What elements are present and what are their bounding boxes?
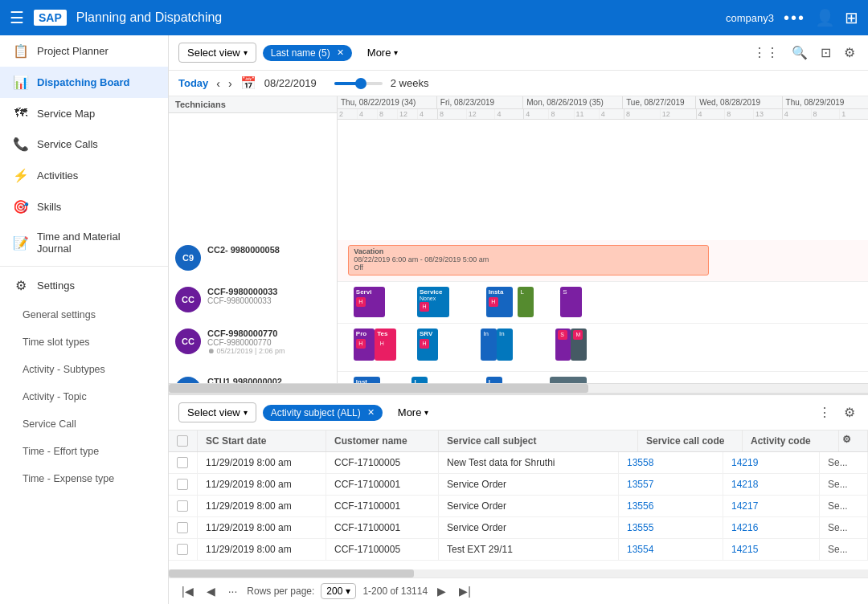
activity-block[interactable] xyxy=(550,377,587,384)
sidebar-item-time-material[interactable]: 📝 Time and Material Journal xyxy=(0,222,168,263)
sidebar-item-activity-subtypes[interactable]: Activity - Subtypes xyxy=(0,356,168,383)
row-activity-3[interactable]: 14216 xyxy=(723,517,820,538)
activity-block[interactable]: In xyxy=(497,329,513,361)
row-activity-0[interactable]: 14219 xyxy=(723,452,820,473)
row-code-2[interactable]: 13556 xyxy=(619,496,723,516)
table-gear-icon[interactable]: ⚙ xyxy=(841,402,858,423)
table-filter-chip[interactable]: Activity subject (ALL) ✕ xyxy=(263,405,383,421)
table-more-button[interactable]: More ▾ xyxy=(389,402,438,422)
activity-block[interactable]: Servi H xyxy=(354,287,386,317)
hour-cell: 8 xyxy=(378,109,398,119)
sidebar-item-activity-topic[interactable]: Activity - Topic xyxy=(0,383,168,410)
gantt-overflow-icon[interactable]: ⋮⋮ xyxy=(750,42,782,63)
activity-block[interactable]: M xyxy=(571,329,587,361)
today-button[interactable]: Today xyxy=(178,77,208,89)
hamburger-icon[interactable]: ☰ xyxy=(10,8,24,27)
activity-block[interactable]: Service Nonex H xyxy=(417,287,449,317)
sidebar-item-settings[interactable]: ⚙ Settings xyxy=(0,270,168,301)
activity-block[interactable]: S xyxy=(560,287,581,317)
gantt-search-icon[interactable]: 🔍 xyxy=(788,42,811,63)
gantt-select-view-arrow: ▾ xyxy=(244,48,248,57)
gantt-fullscreen-icon[interactable]: ⊡ xyxy=(817,42,834,63)
activity-block[interactable]: Pro H xyxy=(354,329,375,361)
row-code-3[interactable]: 13555 xyxy=(619,517,723,538)
sidebar-item-general-settings[interactable]: General settings xyxy=(0,301,168,329)
gantt-scrollbar[interactable] xyxy=(169,383,868,393)
row-check-4[interactable] xyxy=(169,539,198,560)
sidebar-item-activities[interactable]: ⚡ Activities xyxy=(0,160,168,191)
gantt-more-button[interactable]: More ▾ xyxy=(358,43,407,63)
sidebar-item-project-planner[interactable]: 📋 Project Planner xyxy=(0,35,168,67)
next-page-button[interactable]: ▶ xyxy=(434,583,449,599)
row-code-1[interactable]: 13557 xyxy=(619,474,723,495)
sidebar-item-service-map[interactable]: 🗺 Service Map xyxy=(0,98,168,129)
gantt-more-label: More xyxy=(367,47,391,59)
activity-block[interactable]: SRV H xyxy=(417,329,438,361)
table-filter-close-icon[interactable]: ✕ xyxy=(367,407,375,418)
row-activity-4[interactable]: 14215 xyxy=(723,539,820,560)
sidebar-label-time-expense-type: Time - Expense type xyxy=(23,473,114,484)
user-avatar-icon[interactable]: 👤 xyxy=(815,8,835,27)
prev-arrow-button[interactable]: ‹ xyxy=(216,77,220,90)
sidebar-item-time-effort-type[interactable]: Time - Effort type xyxy=(0,438,168,465)
table-overflow-icon[interactable]: ⋮ xyxy=(815,402,834,423)
rows-per-page-arrow: ▾ xyxy=(346,586,350,597)
activity-block[interactable]: Inst H xyxy=(354,377,380,384)
table-scrollbar[interactable] xyxy=(169,569,868,577)
sidebar-item-dispatching-board[interactable]: 📊 Dispatching Board xyxy=(0,67,168,98)
col-header-activity[interactable]: Activity code xyxy=(743,431,839,451)
activity-block[interactable]: In xyxy=(481,329,497,361)
gantt-filter-close-icon[interactable]: ✕ xyxy=(337,47,344,58)
row-activity-2[interactable]: 14217 xyxy=(723,496,820,516)
col-header-start-date[interactable]: SC Start date xyxy=(198,431,326,451)
last-page-button[interactable]: ▶| xyxy=(456,583,474,599)
week-slider[interactable] xyxy=(334,82,383,85)
row-check-2[interactable] xyxy=(169,496,198,516)
row-date-4: 11/29/2019 8:00 am xyxy=(198,539,326,560)
page-range-label: 1-200 of 13114 xyxy=(362,586,428,597)
apps-icon[interactable]: ⊞ xyxy=(845,8,858,27)
col-header-subject[interactable]: Service call subject xyxy=(439,431,638,451)
sidebar-item-time-slot-types[interactable]: Time slot types xyxy=(0,329,168,356)
gantt-scrollbar-thumb[interactable] xyxy=(169,384,588,393)
col-header-code[interactable]: Service call code xyxy=(638,431,743,451)
activity-block[interactable]: L xyxy=(518,287,534,317)
more-icon[interactable]: ••• xyxy=(784,9,805,27)
gantt-settings-icon[interactable]: ⚙ xyxy=(841,42,858,63)
activity-block[interactable]: Insta H xyxy=(486,287,513,317)
activity-block[interactable]: S xyxy=(555,329,571,361)
service-calls-icon: 📞 xyxy=(13,137,29,152)
activity-block[interactable]: I H xyxy=(411,377,428,384)
prev-page-button[interactable]: ◀ xyxy=(203,583,219,599)
sidebar-label-activities: Activities xyxy=(37,169,78,182)
row-check-0[interactable] xyxy=(169,452,198,473)
row-check-1[interactable] xyxy=(169,474,198,495)
sidebar-item-service-call-sub[interactable]: Service Call xyxy=(0,410,168,438)
table-select-view-button[interactable]: Select view ▾ xyxy=(178,402,256,422)
hour-cell: 8 xyxy=(812,109,841,119)
next-arrow-button[interactable]: › xyxy=(228,77,232,90)
row-activity-1[interactable]: 14218 xyxy=(723,474,820,495)
tech-name-4: CTU1 9980000002 xyxy=(207,377,282,384)
first-page-button[interactable]: |◀ xyxy=(178,583,197,599)
gantt-filter-chip[interactable]: Last name (5) ✕ xyxy=(263,45,352,61)
hour-cell: 4 xyxy=(697,109,726,119)
row-check-3[interactable] xyxy=(169,517,198,538)
footer-more-button[interactable]: ··· xyxy=(225,583,241,599)
col-settings-icon[interactable]: ⚙ xyxy=(839,431,868,451)
gantt-more-arrow: ▾ xyxy=(394,48,398,57)
sidebar-item-time-expense-type[interactable]: Time - Expense type xyxy=(0,465,168,492)
gantt-select-view-button[interactable]: Select view ▾ xyxy=(178,43,256,63)
row-code-4[interactable]: 13554 xyxy=(619,539,723,560)
sidebar-item-service-calls[interactable]: 📞 Service Calls xyxy=(0,129,168,160)
table-scrollbar-thumb[interactable] xyxy=(169,569,414,577)
col-header-customer[interactable]: Customer name xyxy=(326,431,439,451)
sidebar-item-skills[interactable]: 🎯 Skills xyxy=(0,191,168,222)
header-checkbox[interactable] xyxy=(177,435,188,447)
calendar-icon[interactable]: 📅 xyxy=(240,76,256,91)
rows-per-page-select[interactable]: 200 ▾ xyxy=(321,583,356,599)
row-code-0[interactable]: 13558 xyxy=(619,452,723,473)
activity-block[interactable]: I H xyxy=(486,377,502,384)
col-header-check xyxy=(169,431,198,451)
activity-block[interactable]: Tes H xyxy=(375,329,395,361)
